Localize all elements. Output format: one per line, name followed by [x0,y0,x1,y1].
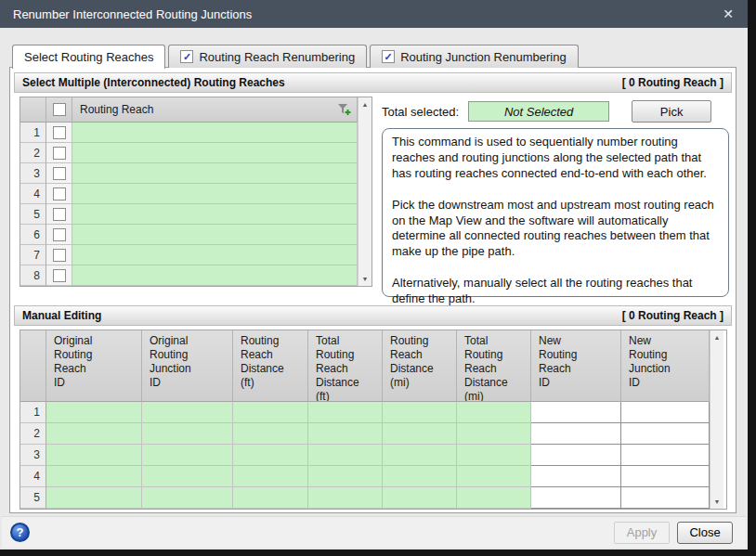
routing-reach-cell[interactable] [72,184,358,204]
select-table-body: 12345678▼ [20,123,371,286]
select-table-scrollbar[interactable] [358,204,371,225]
row-checkbox-cell[interactable] [46,163,72,184]
tab-checkbox[interactable]: ✓ [382,50,395,63]
editable-cell[interactable] [531,402,621,423]
manual-table-row: 4 [20,466,726,487]
readonly-cell [233,466,308,487]
row-checkbox-cell[interactable] [46,225,72,245]
select-section-header: Select Multiple (Interconnected) Routing… [14,72,732,93]
select-table-scrollbar[interactable]: ▼ [358,265,371,286]
manual-table-scrollbar[interactable] [710,423,723,445]
manual-table-scrollbar[interactable] [710,445,723,466]
readonly-cell [383,423,457,445]
editable-cell[interactable] [621,423,710,445]
scroll-down-icon[interactable]: ▼ [710,495,723,509]
routing-reach-cell[interactable] [72,143,358,163]
editable-cell[interactable] [531,445,621,466]
editable-cell[interactable] [621,487,710,509]
close-button[interactable]: Close [677,522,733,544]
manual-table-scrollbar[interactable]: ▼ [710,487,723,509]
readonly-cell [233,445,308,466]
row-checkbox[interactable] [53,147,66,160]
row-number: 4 [20,466,46,487]
row-checkbox-cell[interactable] [46,143,72,163]
row-checkbox[interactable] [53,249,66,262]
select-table-scrollbar[interactable]: ▲ [358,97,371,123]
routing-reach-column-header: Routing Reach [72,97,358,123]
select-all-checkbox[interactable] [53,103,66,116]
readonly-cell [383,487,457,509]
row-checkbox[interactable] [53,126,66,139]
info-panel: Total selected: Not Selected Pick This c… [382,97,731,301]
editable-cell[interactable] [621,466,710,487]
row-checkbox[interactable] [53,167,66,180]
routing-reach-cell[interactable] [72,163,358,184]
routing-reach-cell[interactable] [72,265,358,286]
readonly-cell [142,466,233,487]
row-checkbox[interactable] [53,228,66,241]
description-paragraph: Alternatively, manually select all the r… [392,276,719,307]
row-checkbox-cell[interactable] [46,184,72,204]
routing-reach-cell[interactable] [72,204,358,225]
row-checkbox-cell[interactable] [46,245,72,265]
close-icon[interactable]: ✕ [709,0,748,28]
help-icon[interactable]: ? [10,523,30,542]
row-checkbox[interactable] [53,208,66,221]
manual-table-scrollbar[interactable] [710,402,723,423]
filter-add-icon[interactable] [337,103,351,119]
readonly-cell [457,445,531,466]
row-number: 3 [20,445,46,466]
select-table-scrollbar[interactable] [358,184,371,204]
select-routing-reach-table: Routing Reach ▲ 12345678▼ [20,97,372,287]
manual-column-header: Routing Reach Distance (ft) [233,330,308,402]
readonly-cell [233,402,308,423]
editable-cell[interactable] [621,402,710,423]
pick-button[interactable]: Pick [632,100,711,123]
readonly-cell [457,423,531,445]
select-table-scrollbar[interactable] [358,163,371,184]
apply-button[interactable]: Apply [614,522,670,544]
readonly-cell [457,402,531,423]
readonly-cell [308,402,383,423]
tab-routing-junction-renumbering[interactable]: ✓ Routing Junction Renumbering [370,45,579,68]
row-checkbox-cell[interactable] [46,265,72,286]
editable-cell[interactable] [621,445,710,466]
readonly-cell [233,487,308,509]
row-checkbox[interactable] [53,187,66,200]
readonly-cell [142,487,233,509]
title-bar: Renumber Interconnected Routing Junction… [0,0,748,28]
tab-routing-reach-renumbering[interactable]: ✓ Routing Reach Renumbering [168,45,367,68]
dialog-window: Renumber Interconnected Routing Junction… [0,0,748,550]
manual-table-body: 12345▼ [20,402,726,509]
scroll-up-icon[interactable]: ▲ [710,330,723,344]
row-number: 7 [20,245,46,265]
editable-cell[interactable] [531,466,621,487]
routing-reach-cell[interactable] [72,123,358,143]
manual-table-row: 3 [20,445,726,466]
tab-select-routing-reaches[interactable]: Select Routing Reaches [12,45,165,69]
row-checkbox-cell[interactable] [46,123,72,143]
row-number: 1 [20,402,46,423]
routing-reach-cell[interactable] [72,225,358,245]
row-number: 2 [20,423,46,445]
row-number-header [20,330,46,402]
row-checkbox[interactable] [53,269,66,282]
scroll-up-icon[interactable]: ▲ [358,97,371,111]
routing-reach-cell[interactable] [72,245,358,265]
scroll-down-icon[interactable]: ▼ [358,272,371,286]
select-table-scrollbar[interactable] [358,225,371,245]
tab-strip: Select Routing Reaches ✓ Routing Reach R… [12,44,581,68]
section-title: Manual Editing [22,309,101,322]
tab-checkbox[interactable]: ✓ [180,50,193,63]
readonly-cell [46,423,142,445]
select-table-scrollbar[interactable] [358,245,371,265]
select-table-scrollbar[interactable] [358,123,371,143]
editable-cell[interactable] [531,423,621,445]
row-number: 4 [20,184,46,204]
manual-table-scrollbar[interactable]: ▲ [710,330,723,402]
manual-table-scrollbar[interactable] [710,466,723,487]
editable-cell[interactable] [531,487,621,509]
select-table-scrollbar[interactable] [358,143,371,163]
row-checkbox-cell[interactable] [46,204,72,225]
manual-column-header: Original Routing Junction ID [142,330,233,402]
